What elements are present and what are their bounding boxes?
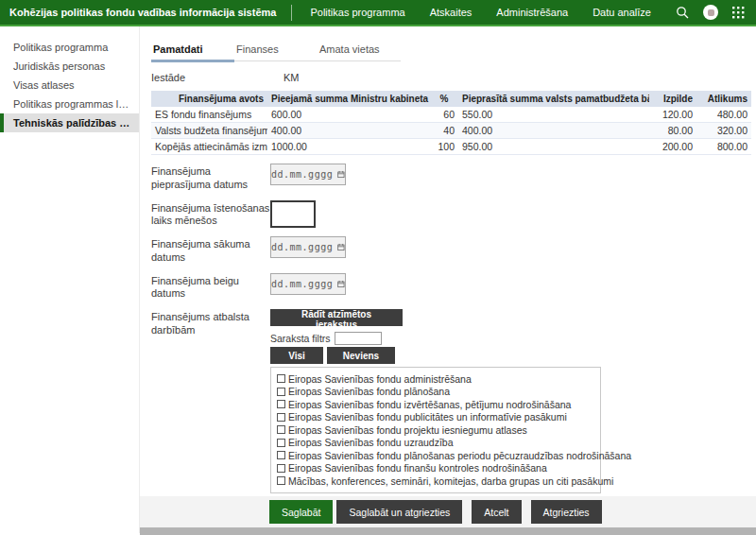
pieprasijuma-datums-input[interactable]: dd.mm.gggg (270, 164, 346, 185)
table-row: ES fondu finansējums 600.00 60 550.00 12… (151, 107, 751, 123)
top-navbar: Kohēzijas politikas fondu vadības inform… (0, 0, 756, 26)
darbibas-widget: Rādīt atzīmētos ierakstus Saraksta filtr… (270, 309, 601, 509)
checkbox-icon[interactable] (277, 451, 285, 459)
cancel-button[interactable]: Atcelt (472, 500, 521, 524)
save-and-return-button[interactable]: Saglabāt un atgriezties (336, 500, 462, 524)
filter-label: Saraksta filtrs (270, 333, 331, 344)
option-label: Eiropas Savienības fondu administrēšana (288, 373, 472, 385)
calendar-icon (337, 279, 345, 289)
cell-atlikums: 320.00 (696, 123, 751, 139)
option-label: Mācības, konferences, semināri, komiteja… (288, 475, 613, 487)
cell-pieejama: 1000.00 (267, 139, 430, 155)
cell-pieejama: 400.00 (267, 123, 430, 139)
option-row[interactable]: Eiropas Savienības fondu plānošanas peri… (277, 449, 594, 462)
tab[interactable]: Amata vietas (318, 40, 401, 62)
option-row[interactable]: Eiropas Savienības fondu publicitātes un… (277, 411, 594, 424)
cell-izpilde: 200.00 (649, 139, 696, 155)
option-label: Eiropas Savienības fondu uzraudzība (288, 437, 454, 448)
option-label: Eiropas Savienības fondu plānošana (288, 386, 450, 397)
sidebar-item[interactable]: Juridiskās personas (0, 57, 139, 76)
option-row[interactable]: Eiropas Savienības fondu administrēšana (277, 372, 594, 386)
col-header-avots: Finansējuma avots (151, 91, 267, 107)
checkbox-icon[interactable] (277, 388, 285, 396)
main-menu: Politikas programma Atskaites Administrē… (310, 7, 651, 18)
option-row[interactable]: Eiropas Savienības fondu plānošana (277, 386, 594, 399)
checkbox-icon[interactable] (277, 374, 285, 383)
calendar-icon (337, 242, 345, 252)
option-label: Eiropas Savienības fondu plānošanas peri… (288, 450, 631, 461)
option-row[interactable]: Eiropas Savienības fondu izvērtēšanas, p… (277, 398, 594, 411)
tab[interactable]: Finanses (234, 40, 318, 62)
option-label: Eiropas Savienības fondu izvērtēšanas, p… (288, 399, 571, 410)
sidebar-item[interactable]: Visas atlases (0, 76, 139, 95)
main-content: Pamatdati Finanses Amata vietas Iestāde … (140, 26, 756, 533)
checkbox-icon[interactable] (277, 413, 285, 422)
cell-izpilde: 120.00 (649, 107, 696, 123)
table-row: Kopējās attiecināmās izmaksas 1000.00 10… (151, 139, 751, 155)
date-placeholder: dd.mm.gggg (271, 279, 333, 289)
option-row[interactable]: Eiropas Savienības fondu projektu iesnie… (277, 423, 594, 437)
beigu-datums-input[interactable]: dd.mm.gggg (270, 273, 346, 295)
istenosanas-laiks-label: Finansējuma īstenošanas laiks mēnešos (151, 200, 270, 229)
options-listbox: Eiropas Savienības fondu administrēšana … (270, 367, 601, 493)
menu-item[interactable]: Atskaites (430, 7, 472, 18)
tab-bar: Pamatdati Finanses Amata vietas (151, 40, 401, 61)
sidebar-item[interactable]: Politikas programmas līmeņa p... (0, 95, 139, 113)
col-header-percent: % (430, 91, 458, 107)
sidebar-item[interactable]: Tehniskās palīdzības uzskaite (0, 113, 139, 132)
financing-form: Finansējuma pieprasījuma datums dd.mm.gg… (151, 164, 751, 509)
iestade-value: KM (284, 72, 300, 83)
sidebar-item[interactable]: Politikas programma (0, 38, 139, 57)
navbar-divider (291, 5, 292, 21)
checkbox-icon[interactable] (277, 425, 285, 434)
search-icon[interactable] (676, 6, 689, 19)
col-header-izpilde: Izpilde (649, 91, 696, 107)
calendar-icon (337, 169, 345, 180)
sidebar-nav: Politikas programma Juridiskās personas … (0, 26, 140, 533)
cell-atlikums: 800.00 (696, 139, 751, 155)
financing-table: Finansējuma avots Pieejamā summa Ministr… (151, 91, 751, 155)
checkbox-icon[interactable] (277, 476, 285, 485)
option-label: Eiropas Savienības fondu publicitātes un… (288, 411, 567, 423)
iestade-label: Iestāde (151, 72, 284, 83)
form-row: Finansējuma sākuma datums dd.mm.gggg (151, 236, 751, 265)
table-header-row: Finansējuma avots Pieejamā summa Ministr… (151, 91, 751, 107)
checkbox-icon[interactable] (277, 400, 285, 408)
option-row[interactable]: Eiropas Savienības fondu uzraudzība (277, 437, 594, 450)
tab[interactable]: Pamatdati (151, 40, 234, 62)
select-none-button[interactable]: Neviens (327, 347, 395, 364)
footer-strip (140, 527, 756, 535)
sakuma-datums-input[interactable]: dd.mm.gggg (270, 236, 346, 258)
menu-item[interactable]: Datu analīze (593, 7, 651, 18)
sakuma-datums-label: Finansējuma sākuma datums (151, 236, 270, 265)
cell-percent: 40 (430, 123, 458, 139)
return-button[interactable]: Atgriezties (531, 500, 602, 524)
save-button[interactable]: Saglabāt (269, 500, 333, 524)
list-filter-row: Saraksta filtrs (270, 332, 601, 345)
select-all-button[interactable]: Visi (270, 347, 323, 364)
cell-izpilde: 80.00 (649, 123, 696, 139)
show-marked-button[interactable]: Rādīt atzīmētos ierakstus (270, 309, 403, 326)
col-header-atlikums: Atlikums (696, 91, 751, 107)
menu-item[interactable]: Politikas programma (310, 7, 404, 18)
menu-item[interactable]: Administrēšana (496, 7, 568, 18)
date-placeholder: dd.mm.gggg (271, 242, 333, 252)
cell-avots: Kopējās attiecināmās izmaksas (151, 139, 267, 155)
istenosanas-laiks-input[interactable] (270, 200, 316, 228)
cell-pieprasita: 950.00 (458, 139, 649, 155)
option-row[interactable]: Mācības, konferences, semināri, komiteja… (277, 475, 594, 488)
cell-pieprasita: 400.00 (458, 123, 649, 139)
form-row: Finansējuma īstenošanas laiks mēnešos (151, 200, 751, 229)
checkbox-icon[interactable] (277, 439, 285, 447)
option-row[interactable]: Eiropas Savienības fondu finanšu kontrol… (277, 462, 594, 475)
darbibas-row: Finansējums atbalsta darbībām Rādīt atzī… (151, 309, 751, 509)
checkbox-icon[interactable] (277, 464, 285, 473)
list-filter-input[interactable] (335, 332, 382, 345)
cell-percent: 60 (430, 107, 458, 123)
option-label: Eiropas Savienības fondu finanšu kontrol… (288, 462, 547, 474)
app-grid-icon[interactable] (732, 7, 745, 19)
cell-percent: 100 (430, 139, 458, 155)
action-footer: Saglabāt Saglabāt un atgriezties Atcelt … (140, 496, 756, 535)
iestade-row: Iestāde KM (151, 72, 751, 83)
user-avatar[interactable] (703, 5, 718, 20)
